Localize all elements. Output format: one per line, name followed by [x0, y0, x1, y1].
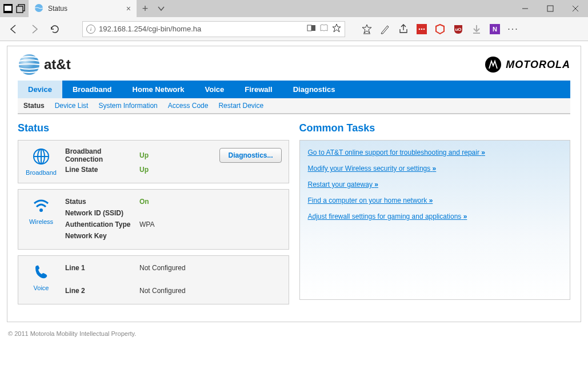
tab-actions-button[interactable] [153, 0, 169, 17]
status-heading: Status [18, 122, 289, 134]
sub-nav-tabs: Status Device List System Information Ac… [18, 98, 570, 114]
notes-icon[interactable] [379, 23, 391, 35]
svg-rect-6 [547, 6, 553, 11]
forward-button[interactable] [25, 20, 43, 38]
card-voice: Voice Line 1Not Configured Line 2Not Con… [18, 255, 289, 304]
downloads-icon[interactable] [471, 23, 482, 35]
subtab-restart-device[interactable]: Restart Device [218, 102, 263, 110]
broadband-icon-label: Broadband [25, 169, 57, 176]
voice-icon: Voice [25, 263, 57, 297]
tab-firewall[interactable]: Firewall [234, 81, 282, 98]
tab-close-button[interactable]: × [126, 4, 131, 13]
svg-point-15 [423, 28, 425, 30]
tab-home-network[interactable]: Home Network [122, 81, 195, 98]
browser-window: Status × + i 192.168.1.254/cgi-bin/home.… [0, 0, 588, 41]
window-controls [513, 0, 588, 17]
status-column: Status Broadband Broadband Connection Up… [18, 122, 289, 310]
svg-text:uO: uO [455, 27, 461, 32]
svg-rect-9 [307, 25, 311, 31]
brand-row: at&t MOTOROLA [7, 53, 581, 81]
vo-val-line1: Not Configured [139, 264, 186, 272]
new-tab-button[interactable]: + [137, 0, 153, 17]
footer-copyright: © 2011 Motorola Mobility Intellectual Pr… [7, 322, 581, 342]
window-minimize-button[interactable] [513, 0, 538, 17]
card-broadband: Broadband Broadband Connection Up Diagno… [18, 140, 289, 183]
tasks-box: Go to AT&T online support for troublesho… [299, 140, 571, 300]
tasks-column: Common Tasks Go to AT&T online support f… [299, 122, 571, 310]
bb-key-connection: Broadband Connection [65, 147, 139, 163]
main-panel: at&t MOTOROLA Device Broadband Home Netw… [7, 46, 581, 322]
tab-title: Status [48, 5, 67, 13]
refresh-button[interactable] [46, 20, 64, 38]
more-menu-button[interactable]: ··· [507, 23, 519, 35]
task-link-restart[interactable]: Restart your gateway » [308, 181, 378, 189]
ext-icon-onenote[interactable]: N [489, 23, 501, 35]
svg-rect-10 [311, 25, 315, 31]
browser-tabs: Status × + [29, 0, 513, 17]
tab-voice[interactable]: Voice [195, 81, 235, 98]
task-link-find-computer[interactable]: Find a computer on your home network » [308, 196, 433, 204]
translate-icon[interactable] [307, 23, 316, 34]
wireless-icon: Wireless [25, 196, 57, 242]
app-icon-2[interactable] [16, 4, 25, 13]
svg-text:N: N [493, 26, 497, 33]
browser-tab-active[interactable]: Status × [29, 0, 137, 17]
titlebar: Status × + [0, 0, 588, 17]
svg-point-14 [421, 28, 423, 30]
card-wireless: Wireless StatusOn Network ID (SSID) Auth… [18, 189, 289, 250]
att-globe-icon [18, 53, 41, 76]
wireless-icon-label: Wireless [25, 218, 57, 225]
vo-val-line2: Not Configured [139, 287, 186, 295]
task-link-wireless[interactable]: Modify your Wireless security or setting… [308, 165, 437, 173]
att-brand-text: at&t [44, 57, 71, 73]
vo-key-line1: Line 1 [65, 264, 139, 272]
url-text: 192.168.1.254/cgi-bin/home.ha [99, 25, 303, 33]
svg-point-13 [419, 28, 421, 30]
wl-key-status: Status [65, 198, 139, 206]
subtab-device-list[interactable]: Device List [55, 102, 89, 110]
motorola-logo: MOTOROLA [485, 57, 570, 73]
tab-broadband[interactable]: Broadband [62, 81, 122, 98]
address-toolbar: i 192.168.1.254/cgi-bin/home.ha uO N ··· [0, 17, 588, 41]
page-viewport: at&t MOTOROLA Device Broadband Home Netw… [0, 41, 588, 348]
page-favicon-icon [34, 3, 43, 14]
tab-diagnostics[interactable]: Diagnostics [283, 81, 346, 98]
reading-view-icon[interactable] [319, 23, 329, 34]
content-row: Status Broadband Broadband Connection Up… [7, 114, 581, 310]
address-bar[interactable]: i 192.168.1.254/cgi-bin/home.ha [82, 21, 345, 37]
toolbar-extensions: uO N ··· [361, 23, 519, 35]
titlebar-left [0, 0, 29, 17]
task-link-support[interactable]: Go to AT&T online support for troublesho… [308, 149, 485, 157]
app-icon-1[interactable] [3, 4, 13, 13]
motorola-badge-icon [485, 57, 501, 73]
task-link-firewall[interactable]: Adjust firewall settings for gaming and … [308, 212, 467, 220]
motorola-brand-text: MOTOROLA [506, 59, 570, 71]
broadband-icon: Broadband [25, 147, 57, 176]
bb-val-connection: Up [139, 151, 149, 159]
ext-icon-adblock[interactable] [434, 23, 446, 35]
site-info-icon[interactable]: i [86, 25, 95, 34]
subtab-system-info[interactable]: System Information [98, 102, 157, 110]
wl-key-netkey: Network Key [65, 232, 139, 240]
svg-rect-1 [5, 6, 11, 11]
att-logo: at&t [18, 53, 71, 76]
wl-val-auth: WPA [139, 220, 154, 228]
voice-icon-label: Voice [25, 284, 57, 291]
subtab-access-code[interactable]: Access Code [168, 102, 209, 110]
window-close-button[interactable] [563, 0, 588, 17]
diagnostics-button[interactable]: Diagnostics... [219, 148, 281, 163]
ext-icon-lastpass[interactable] [416, 23, 427, 35]
favorite-star-icon[interactable] [332, 23, 341, 34]
bb-key-linestate: Line State [65, 166, 139, 174]
wl-val-status: On [139, 198, 149, 206]
ext-icon-ublock[interactable]: uO [453, 23, 464, 35]
share-icon[interactable] [398, 23, 409, 35]
back-button[interactable] [5, 20, 23, 38]
window-maximize-button[interactable] [538, 0, 563, 17]
favorites-bar-icon[interactable] [361, 23, 373, 35]
svg-point-24 [39, 208, 43, 212]
tab-device[interactable]: Device [18, 81, 62, 98]
svg-rect-3 [17, 6, 23, 13]
subtab-status[interactable]: Status [23, 102, 45, 110]
wl-key-ssid: Network ID (SSID) [65, 209, 139, 217]
